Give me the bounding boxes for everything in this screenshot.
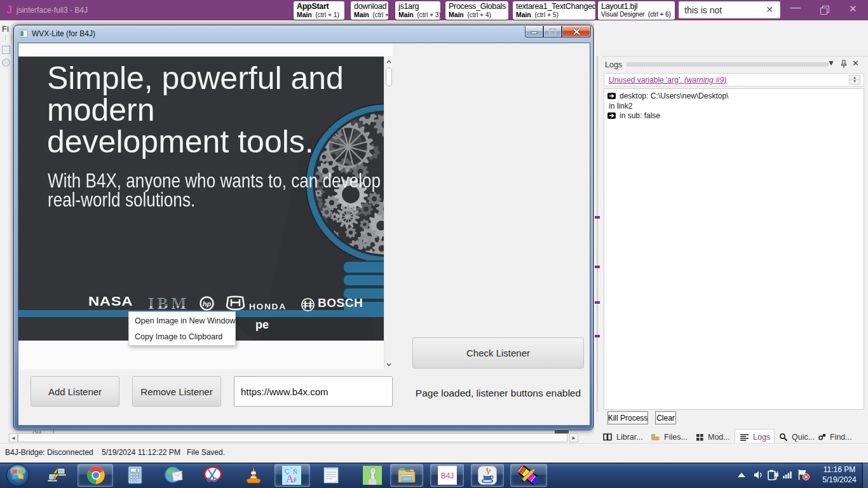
- svg-text:ê: ê: [294, 475, 297, 483]
- svg-text:hp: hp: [203, 300, 212, 308]
- svg-text:B4J: B4J: [441, 471, 454, 480]
- svg-text:0: 0: [135, 468, 138, 473]
